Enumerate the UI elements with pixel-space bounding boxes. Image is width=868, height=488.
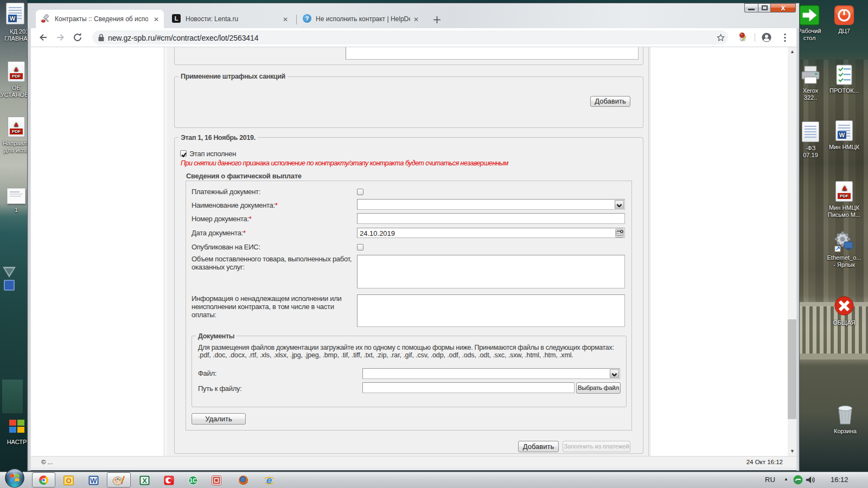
svg-text:W: W <box>90 477 97 485</box>
svg-text:1C: 1C <box>190 478 197 484</box>
svg-text:O: O <box>66 477 71 485</box>
svg-text:X: X <box>142 477 147 485</box>
